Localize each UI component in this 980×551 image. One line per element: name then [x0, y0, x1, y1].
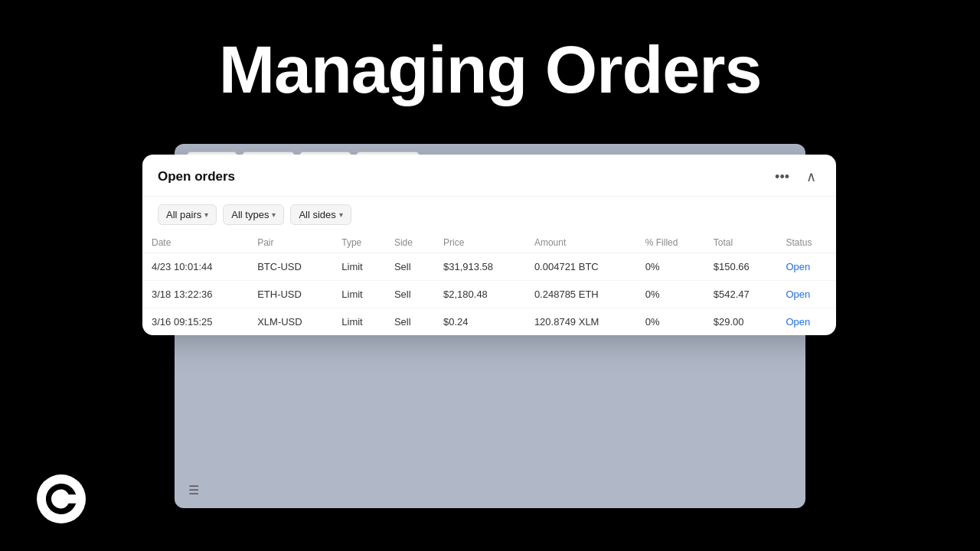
cell-pair: ETH-USD [248, 281, 332, 308]
cell-side: Sell [385, 308, 434, 336]
filters-row: All pairs ▾ All types ▾ All sides ▾ [142, 197, 836, 233]
cell-pair: XLM-USD [248, 308, 332, 336]
cell-date: 4/23 10:01:44 [142, 253, 248, 281]
cell-total: $29.00 [704, 308, 777, 336]
cell-type: Limit [332, 308, 385, 336]
cell-total: $542.47 [704, 281, 777, 308]
table-row: 3/16 09:15:25 XLM-USD Limit Sell $0.24 1… [142, 308, 836, 336]
cell-pair: BTC-USD [248, 253, 332, 281]
cell-date: 3/18 13:22:36 [142, 281, 248, 308]
open-orders-card: Open orders ••• ∧ All pairs ▾ All types … [142, 155, 836, 335]
cell-pct-filled: 0% [636, 281, 704, 308]
cell-amount: 120.8749 XLM [525, 308, 636, 336]
hamburger-icon[interactable]: ☰ [188, 483, 199, 497]
table-wrap: Date Pair Type Side Price Amount % Fille… [142, 233, 836, 335]
cell-price: $0.24 [434, 308, 525, 336]
col-amount: Amount [525, 233, 636, 253]
col-price: Price [434, 233, 525, 253]
filter-all-types[interactable]: All types ▾ [223, 204, 284, 225]
more-options-button[interactable]: ••• [770, 168, 794, 187]
page-title: Managing Orders [0, 31, 980, 109]
table-row: 4/23 10:01:44 BTC-USD Limit Sell $31,913… [142, 253, 836, 281]
cell-amount: 0.248785 ETH [525, 281, 636, 308]
card-header: Open orders ••• ∧ [142, 155, 836, 197]
cell-total: $150.66 [704, 253, 777, 281]
col-date: Date [142, 233, 248, 253]
col-total: Total [704, 233, 777, 253]
col-type: Type [332, 233, 385, 253]
cell-status: Open [776, 253, 836, 281]
card-title: Open orders [158, 169, 235, 184]
coinbase-logo [37, 474, 86, 523]
cell-status: Open [776, 281, 836, 308]
col-side: Side [385, 233, 434, 253]
filter-all-sides[interactable]: All sides ▾ [290, 204, 351, 225]
header-actions: ••• ∧ [770, 167, 821, 187]
cell-type: Limit [332, 281, 385, 308]
col-pct-filled: % Filled [636, 233, 704, 253]
table-row: 3/18 13:22:36 ETH-USD Limit Sell $2,180.… [142, 281, 836, 308]
collapse-button[interactable]: ∧ [802, 167, 821, 187]
col-status: Status [776, 233, 836, 253]
cell-amount: 0.004721 BTC [525, 253, 636, 281]
cell-date: 3/16 09:15:25 [142, 308, 248, 336]
cell-price: $2,180.48 [434, 281, 525, 308]
cell-side: Sell [385, 281, 434, 308]
col-pair: Pair [248, 233, 332, 253]
cell-type: Limit [332, 253, 385, 281]
cell-pct-filled: 0% [636, 308, 704, 336]
cell-pct-filled: 0% [636, 253, 704, 281]
svg-point-0 [37, 474, 86, 523]
cell-side: Sell [385, 253, 434, 281]
cell-price: $31,913.58 [434, 253, 525, 281]
filter-all-pairs[interactable]: All pairs ▾ [158, 204, 217, 225]
open-orders-table: Date Pair Type Side Price Amount % Fille… [142, 233, 836, 335]
cell-status: Open [776, 308, 836, 336]
